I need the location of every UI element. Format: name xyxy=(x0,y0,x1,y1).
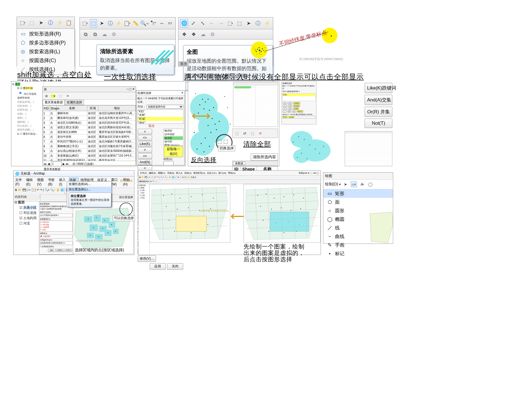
table-title: 表 xyxy=(44,87,47,91)
binoculars-icon[interactable]: 🔭 xyxy=(150,19,157,27)
xy-icon[interactable]: XY xyxy=(167,19,174,27)
select-icon[interactable]: ⬚▾ xyxy=(226,19,234,27)
submenu-attr[interactable]: 按属性选择(A)… xyxy=(67,181,111,187)
draw-item-rect[interactable]: ▭矩形 xyxy=(323,189,393,198)
svg-point-100 xyxy=(274,198,275,199)
pointer-icon[interactable]: ➤ xyxy=(342,181,349,187)
btn-or[interactable]: Or(R) 并集 xyxy=(365,107,392,117)
menu-edit[interactable]: 编辑(E) xyxy=(26,178,35,187)
menu-item-lasso[interactable]: ◎按套索选择(L) xyxy=(17,47,74,56)
clear-icon[interactable]: ⬚ xyxy=(236,19,244,27)
menu-bookmark[interactable]: 书签(B) xyxy=(48,178,57,187)
form-icon[interactable]: 📋 xyxy=(65,19,73,27)
op-clear-icon[interactable]: ⬚ xyxy=(249,130,255,136)
form-icon[interactable]: 📋▾ xyxy=(123,19,131,27)
btn-not[interactable]: Not(T) xyxy=(365,119,392,128)
op-icon[interactable]: ⬚ xyxy=(234,130,240,136)
attribute-table[interactable]: FIDShape名称区域地址 1点爆鲜羊肉渝北区渝北区仙桃街道重庆中心高美华4号… xyxy=(43,105,136,161)
menu-view[interactable]: 视图(V) xyxy=(37,178,47,187)
op-gt[interactable]: > xyxy=(138,147,152,153)
ellipse-icon: ◯ xyxy=(326,216,333,222)
tb-icon[interactable]: ⊞ xyxy=(44,93,49,98)
record-input[interactable] xyxy=(51,162,62,166)
clear-selection-icon[interactable]: ⬚ xyxy=(90,19,97,27)
tab-data[interactable]: 重庆美食数据 xyxy=(43,100,65,105)
nav-first[interactable]: ⏮ xyxy=(44,162,47,165)
menu-item-poly[interactable]: ⬠按多边形选择(P) xyxy=(17,38,74,47)
info-icon[interactable]: ⓘ xyxy=(254,19,262,27)
btn-like[interactable]: Like(K)跌键词 xyxy=(365,83,392,93)
tab-attrsel[interactable]: 按属性选择 xyxy=(65,100,84,105)
op-ne[interactable]: <> xyxy=(138,135,152,140)
op-delete-icon[interactable]: ✕ xyxy=(257,130,263,136)
map-draw-1[interactable]: 180(手机号18899720842) xyxy=(149,184,230,243)
draw-item-marker[interactable]: •标记 xyxy=(323,249,393,258)
btn-save[interactable]: 保存(V)… xyxy=(138,255,156,262)
info-icon[interactable]: ⓘ xyxy=(46,19,54,27)
tb-sel-icon[interactable]: ⬚▾ xyxy=(50,94,56,98)
btn-and[interactable]: And(A)交集 xyxy=(365,95,392,105)
window-title: 无标题 - ArcMap xyxy=(21,171,45,176)
menu-insert[interactable]: 插入(I) xyxy=(59,178,67,187)
globe-icon[interactable]: 🌐 xyxy=(180,19,188,27)
op-eq[interactable]: = xyxy=(138,129,152,134)
select-icon[interactable]: ⬚▾ xyxy=(81,19,89,27)
nav-last[interactable]: ⏭ xyxy=(66,162,69,165)
menu-file[interactable]: 文件(F) xyxy=(15,178,24,187)
map-canvas-1[interactable]: 可以切换选择 选择区域内的点(按区域选择) ID:208180(手机号18899… xyxy=(73,202,134,254)
pointer-icon[interactable]: ➤ xyxy=(98,19,105,27)
tb-icon[interactable]: ✕ xyxy=(65,93,70,98)
stack-icon[interactable]: ⧉ xyxy=(81,30,90,39)
toc[interactable]: 内容列表 ⊟ 图层 ☑ 大美小区 ☐ 市区道路 ☑ 土地利用 ☐ 河流 xyxy=(14,193,40,255)
expand-icon[interactable]: ⤢ xyxy=(189,19,197,27)
op-lt[interactable]: < xyxy=(138,165,152,171)
pointer-icon[interactable]: ➤ xyxy=(37,19,45,27)
map-draw-2[interactable] xyxy=(244,184,321,243)
toolbar-p2b: ⧉ ⧉ ☁ ⚙ xyxy=(80,29,175,40)
btn-apply[interactable]: 应用 xyxy=(150,263,166,270)
back-icon[interactable]: ← xyxy=(208,19,216,27)
select-icon[interactable]: ⬚▾ xyxy=(19,19,27,27)
draw-item-poly[interactable]: ⬠面 xyxy=(323,198,393,206)
fwd-icon[interactable]: → xyxy=(217,19,225,27)
radio[interactable] xyxy=(19,92,22,94)
find-icon[interactable]: 🔍xy xyxy=(140,19,149,27)
arrow-icon[interactable]: ↔ xyxy=(158,19,165,27)
svg-point-84 xyxy=(166,206,167,207)
layer2-icon[interactable]: ❖ xyxy=(190,30,198,39)
menu-item-circle[interactable]: ○按圆选择(C) xyxy=(17,56,74,65)
collapse-icon[interactable]: ⤡ xyxy=(199,19,207,27)
layer-icon[interactable]: ❖ xyxy=(180,30,188,39)
svg-point-113 xyxy=(268,231,269,232)
rect-icon[interactable]: ▭▾ xyxy=(351,181,357,187)
goto-input[interactable] xyxy=(163,161,173,165)
menu-item-rect[interactable]: ▭按矩形选择(R) xyxy=(17,29,74,38)
info-icon[interactable]: ⓘ xyxy=(107,19,114,27)
nav-prev[interactable]: ◀ xyxy=(48,162,50,165)
single-point-icon: • xyxy=(331,34,332,38)
clear-icon[interactable]: ⬚ xyxy=(28,19,36,27)
op-like[interactable]: Like(K) xyxy=(138,141,152,147)
method-select[interactable]: 创建新选择内容 xyxy=(147,105,183,109)
unique-btn[interactable]: 获取唯一值(V) xyxy=(164,146,183,157)
unique-list[interactable]: '南岸区' '沙坪坝区' '渝北区' '渝中区' '璧堰 ?/span>' <s… xyxy=(163,129,183,146)
pointer-icon[interactable]: ➤ xyxy=(245,19,253,27)
stack2-icon[interactable]: ⧉ xyxy=(91,30,99,39)
field-list[interactable]: "FID" "名称" "区域" "地址" "评论数量" xyxy=(137,109,183,124)
submenu-loc[interactable]: 按位置选择(L)… xyxy=(67,187,111,192)
table-winbuttons[interactable]: ▫ ▢ ✕ xyxy=(127,87,135,91)
op-and[interactable]: And(N) xyxy=(138,159,152,165)
nav-next[interactable]: ▶ xyxy=(63,162,65,165)
svg-point-109 xyxy=(263,220,264,221)
ruler-icon[interactable]: 📏 xyxy=(132,19,139,27)
query-close-icon[interactable]: ✕ xyxy=(181,91,183,95)
op-switch-icon[interactable]: ⇄ xyxy=(242,130,248,136)
text-icon[interactable]: A▾ xyxy=(359,181,365,187)
svg-point-36 xyxy=(209,146,210,147)
svg-point-30 xyxy=(216,129,217,130)
cyan-map-thumb xyxy=(282,126,343,166)
circle-icon[interactable]: ◯ xyxy=(367,181,374,187)
tb-icon[interactable]: ⬚ xyxy=(58,93,63,98)
op-ge[interactable]: >= xyxy=(138,153,152,159)
btn-close[interactable]: 关闭 xyxy=(167,263,183,270)
